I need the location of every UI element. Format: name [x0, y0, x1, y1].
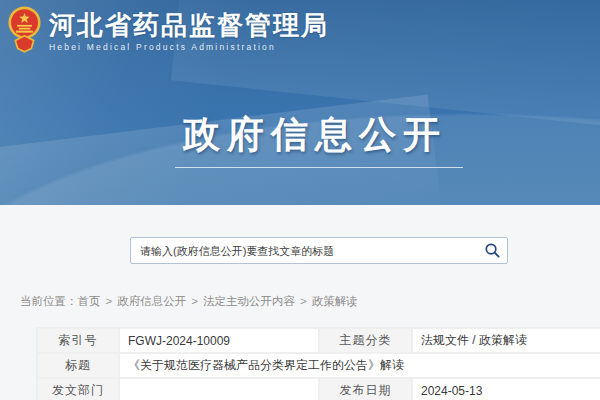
breadcrumb-statutory-disclosure[interactable]: 法定主动公开内容 — [203, 295, 295, 307]
breadcrumb-home[interactable]: 首页 — [78, 295, 101, 307]
topic-category-value: 法规文件 / 政策解读 — [412, 328, 600, 353]
search-button[interactable] — [477, 238, 507, 263]
page-title: 政府信息公开 — [0, 110, 600, 160]
hero-banner: 河北省药品监督管理局 Hebei Medical Products Admini… — [0, 0, 600, 205]
issuing-department-value — [119, 378, 319, 400]
search-icon — [484, 242, 501, 259]
breadcrumb-gov-info[interactable]: 政府信息公开 — [117, 295, 186, 307]
site-title: 河北省药品监督管理局 — [49, 11, 329, 40]
search-bar — [130, 237, 508, 264]
breadcrumb-separator: > — [191, 295, 198, 307]
title-value: 《关于规范医疗器械产品分类界定工作的公告》解读 — [119, 353, 600, 378]
title-divider — [175, 167, 463, 168]
site-title-english: Hebei Medical Products Administration — [49, 42, 329, 52]
document-info-table: 索引号 FGWJ-2024-10009 主题分类 法规文件 / 政策解读 标题 … — [36, 327, 600, 400]
publish-date-label: 发布日期 — [319, 378, 412, 400]
index-number-label: 索引号 — [37, 328, 119, 353]
breadcrumb: 当前位置：首页>政府信息公开>法定主动公开内容>政策解读 — [20, 294, 358, 309]
index-number-value: FGWJ-2024-10009 — [119, 328, 319, 353]
breadcrumb-separator: > — [106, 295, 113, 307]
table-row: 标题 《关于规范医疗器械产品分类界定工作的公告》解读 — [37, 353, 600, 378]
national-emblem-icon — [7, 6, 42, 57]
search-input[interactable] — [131, 238, 477, 263]
issuing-department-label: 发文部门 — [37, 378, 119, 400]
topic-category-label: 主题分类 — [319, 328, 412, 353]
breadcrumb-policy-interpretation[interactable]: 政策解读 — [312, 295, 358, 307]
table-row: 发文部门 发布日期 2024-05-13 — [37, 378, 600, 400]
breadcrumb-label: 当前位置： — [20, 295, 78, 307]
site-logo[interactable]: 河北省药品监督管理局 Hebei Medical Products Admini… — [7, 6, 329, 57]
title-label: 标题 — [37, 353, 119, 378]
table-row: 索引号 FGWJ-2024-10009 主题分类 法规文件 / 政策解读 — [37, 328, 600, 353]
breadcrumb-separator: > — [300, 295, 307, 307]
publish-date-value: 2024-05-13 — [412, 378, 600, 400]
